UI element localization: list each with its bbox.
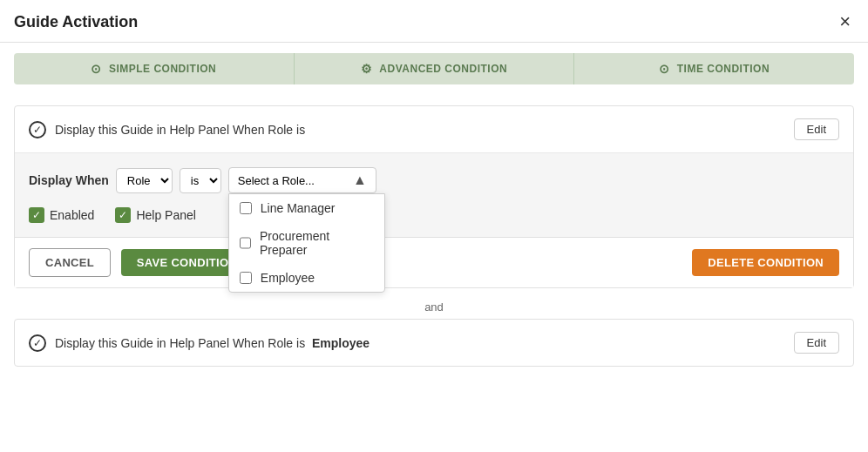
help-panel-checkbox[interactable]: ✓ xyxy=(115,207,131,223)
condition-2-header: ✓ Display this Guide in Help Panel When … xyxy=(15,320,853,366)
tab-bar: ⊙ SIMPLE CONDITION ⚙ ADVANCED CONDITION … xyxy=(0,43,868,95)
time-condition-icon: ⊙ xyxy=(659,62,670,76)
display-when-row: Display When Role is Select a Role... ▲ xyxy=(29,167,839,193)
condition-1-body: Display When Role is Select a Role... ▲ xyxy=(15,153,853,237)
condition-2-check-icon: ✓ xyxy=(29,334,46,352)
role-checkbox-employee[interactable] xyxy=(240,272,252,284)
tab-advanced[interactable]: ⚙ ADVANCED CONDITION xyxy=(294,53,574,84)
role-dropdown-container: Select a Role... ▲ Line Manager Procurem… xyxy=(228,167,376,193)
condition-2-edit-button[interactable]: Edit xyxy=(794,332,839,354)
condition-1-check-icon: ✓ xyxy=(29,121,46,138)
simple-condition-icon: ⊙ xyxy=(91,62,102,76)
main-content: ✓ Display this Guide in Help Panel When … xyxy=(0,95,868,384)
role-select[interactable]: Role xyxy=(116,168,173,193)
tab-time[interactable]: ⊙ TIME CONDITION xyxy=(573,53,854,84)
display-when-label: Display When xyxy=(29,173,109,187)
condition-2-description-value: Employee xyxy=(312,336,370,350)
role-checkbox-line-manager[interactable] xyxy=(240,202,252,214)
condition-1-footer: CANCEL SAVE CONDITION DELETE CONDITION xyxy=(15,237,853,287)
role-dropdown-menu: Line Manager Procurement Preparer Employ… xyxy=(228,193,385,293)
modal-title: Guide Activation xyxy=(14,13,138,31)
condition-2-description-prefix: Display this Guide in Help Panel When Ro… xyxy=(55,336,305,350)
condition-1-description: Display this Guide in Help Panel When Ro… xyxy=(55,123,305,137)
tab-advanced-label: ADVANCED CONDITION xyxy=(379,63,507,75)
tab-time-label: TIME CONDITION xyxy=(677,63,770,75)
condition-card-1: ✓ Display this Guide in Help Panel When … xyxy=(14,105,854,288)
condition-2-description: Display this Guide in Help Panel When Ro… xyxy=(55,336,370,350)
role-placeholder: Select a Role... xyxy=(238,174,315,187)
enabled-checkbox[interactable]: ✓ xyxy=(29,207,44,223)
condition-card-2: ✓ Display this Guide in Help Panel When … xyxy=(14,319,854,367)
condition-1-edit-button[interactable]: Edit xyxy=(794,118,839,140)
advanced-condition-icon: ⚙ xyxy=(361,62,373,76)
enabled-checkbox-item: ✓ Enabled xyxy=(29,207,94,223)
modal: Guide Activation × ⊙ SIMPLE CONDITION ⚙ … xyxy=(0,0,868,452)
enabled-label: Enabled xyxy=(50,208,94,222)
modal-header: Guide Activation × xyxy=(0,0,868,43)
tab-simple-label: SIMPLE CONDITION xyxy=(109,63,216,75)
close-button[interactable]: × xyxy=(836,12,854,31)
role-checkbox-procurement[interactable] xyxy=(240,237,251,249)
cancel-button[interactable]: CANCEL xyxy=(29,248,111,277)
condition-1-header: ✓ Display this Guide in Help Panel When … xyxy=(15,106,853,153)
role-option-employee[interactable]: Employee xyxy=(229,264,384,292)
operator-select[interactable]: is xyxy=(180,168,221,193)
checkboxes-row: ✓ Enabled ✓ Help Panel xyxy=(29,207,839,223)
condition-1-header-left: ✓ Display this Guide in Help Panel When … xyxy=(29,121,305,138)
footer-left-buttons: CANCEL SAVE CONDITION xyxy=(29,248,253,277)
role-option-line-manager[interactable]: Line Manager xyxy=(229,194,384,222)
role-dropdown-trigger[interactable]: Select a Role... ▲ xyxy=(228,167,376,193)
help-panel-label: Help Panel xyxy=(136,208,196,222)
role-label-employee: Employee xyxy=(261,271,315,285)
help-panel-checkbox-item: ✓ Help Panel xyxy=(115,207,196,223)
chevron-up-icon: ▲ xyxy=(353,172,367,188)
and-divider: and xyxy=(14,295,854,319)
role-label-procurement: Procurement Preparer xyxy=(260,229,374,257)
delete-condition-button[interactable]: DELETE CONDITION xyxy=(692,249,839,276)
role-label-line-manager: Line Manager xyxy=(261,201,336,215)
tab-simple[interactable]: ⊙ SIMPLE CONDITION xyxy=(14,53,294,84)
condition-2-header-left: ✓ Display this Guide in Help Panel When … xyxy=(29,334,370,352)
role-option-procurement[interactable]: Procurement Preparer xyxy=(229,222,384,264)
